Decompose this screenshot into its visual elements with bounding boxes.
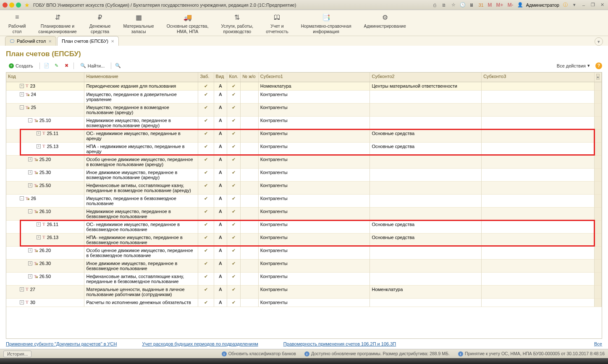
table-row[interactable]: - T 26.10 Недвижимое имущество, переданн… — [6, 207, 602, 220]
tree-toggle-icon[interactable]: + — [28, 261, 32, 265]
scrollbar-track[interactable] — [594, 82, 601, 90]
scrollbar-track[interactable] — [594, 194, 601, 207]
scrollbar-track[interactable] — [594, 129, 601, 142]
tree-toggle-icon[interactable]: - — [28, 209, 32, 213]
window-close-btn[interactable] — [3, 3, 8, 8]
tree-toggle-icon[interactable]: + — [37, 235, 41, 239]
section-item[interactable]: 📑Нормативно-справочнаяинформация — [301, 13, 351, 34]
scrollbar-track[interactable] — [594, 155, 601, 168]
section-item[interactable]: 🚚Основные средства,НМА, НПА — [167, 13, 209, 34]
section-item[interactable]: 🕮Учет иотчетность — [266, 13, 288, 34]
footer-link-2[interactable]: Учет расходов будущих периодов по подраз… — [142, 341, 258, 346]
scrollbar-track[interactable] — [594, 298, 601, 307]
document-icon[interactable]: 🗎 — [441, 2, 448, 8]
clear-search-icon[interactable]: 🔍 — [115, 62, 121, 69]
table-row[interactable]: + T 24 Имущество, переданное в доверител… — [6, 90, 602, 103]
table-row[interactable]: + T 25.11 ОС- недвижимое имущество, пере… — [6, 129, 602, 142]
table-row[interactable]: + T 25.30 Иное движимое имущество, перед… — [6, 168, 602, 181]
create-button[interactable]: +Создать — [6, 62, 36, 70]
col-vid[interactable]: Вид — [214, 73, 227, 82]
section-item[interactable]: ⇅Услуги, работы,производство — [221, 13, 254, 34]
table-row[interactable]: + T 26.20 Особо ценное движимое имуществ… — [6, 246, 602, 259]
history-icon[interactable]: 🕓 — [459, 2, 466, 8]
col-s1[interactable]: Субконто1 — [258, 73, 370, 82]
scrollbar-track[interactable] — [594, 103, 601, 116]
section-item[interactable]: ⚙Администрирование — [364, 13, 406, 34]
tree-toggle-icon[interactable]: - — [20, 196, 24, 200]
table-row[interactable]: + T 25.20 Особо ценное движимое имуществ… — [6, 155, 602, 168]
user-label[interactable]: Администратор — [526, 3, 559, 8]
print-icon[interactable]: ⎙ — [432, 2, 438, 8]
scrollbar-track[interactable] — [594, 233, 601, 246]
section-item[interactable]: ≡Рабочийстол — [8, 13, 26, 34]
scrollbar-track[interactable] — [594, 116, 601, 129]
memory-mplus[interactable]: M+ — [495, 2, 504, 8]
section-item[interactable]: ▦Материальныезапасы — [123, 13, 154, 34]
memory-m[interactable]: M — [487, 2, 493, 8]
scrollbar-track[interactable] — [594, 90, 601, 103]
scrollbar-track[interactable] — [594, 259, 601, 272]
scrollbar-track[interactable] — [594, 285, 601, 298]
min-dash-icon[interactable]: – — [580, 2, 587, 8]
col-zab[interactable]: Заб. — [198, 73, 214, 82]
footer-link-all[interactable]: Все — [594, 341, 602, 346]
table-row[interactable]: + T 27 Материальные ценности, выданные в… — [6, 285, 602, 298]
table-row[interactable]: + T 26.50 Нефинансовые активы, составляю… — [6, 272, 602, 285]
footer-link-3[interactable]: Правомерность применения счетов 106.2П и… — [283, 341, 396, 346]
col-s3[interactable]: Субконто3 — [482, 73, 595, 82]
scrollbar-track[interactable] — [594, 181, 601, 194]
tree-toggle-icon[interactable]: + — [28, 274, 32, 278]
status-info-2[interactable]: Доступно обновление программы. Размер ди… — [311, 351, 450, 356]
tree-toggle-icon[interactable]: + — [20, 287, 24, 291]
scrollbar-track[interactable] — [594, 272, 601, 285]
tree-toggle-icon[interactable]: + — [28, 248, 32, 252]
table-row[interactable]: + T 26.13 НПА- недвижимое имущество, пер… — [6, 233, 602, 246]
tree-toggle-icon[interactable]: + — [28, 183, 32, 187]
memory-mminus[interactable]: M- — [507, 2, 514, 8]
delete-icon[interactable]: ✖ — [63, 62, 70, 69]
tree-toggle-icon[interactable]: + — [28, 170, 32, 174]
table-row[interactable]: - T 25 Имущество, переданное в возмездно… — [6, 103, 602, 116]
window-maximize-btn[interactable] — [16, 3, 21, 8]
col-kol[interactable]: Кол. — [227, 73, 241, 82]
scrollbar-track[interactable] — [594, 220, 601, 233]
tree-toggle-icon[interactable]: + — [37, 144, 41, 148]
favorite-icon[interactable]: ★ — [24, 2, 30, 8]
tab-close-icon[interactable]: ✕ — [111, 39, 114, 44]
edit-icon[interactable]: ✎ — [53, 62, 60, 69]
col-code[interactable]: Код — [6, 73, 84, 82]
tab[interactable]: План счетов (ЕПСБУ)✕ — [57, 36, 119, 46]
scrollbar-track[interactable] — [594, 246, 601, 259]
window-minimize-btn[interactable] — [9, 3, 14, 8]
scrollbar-track[interactable] — [594, 207, 601, 220]
tree-toggle-icon[interactable]: + — [37, 222, 41, 226]
tabs-dropdown-button[interactable]: ▾ — [595, 37, 603, 46]
help-icon[interactable]: ? — [595, 62, 602, 69]
tree-toggle-icon[interactable]: + — [20, 84, 24, 88]
section-item[interactable]: ₽Денежныесредства — [89, 13, 111, 34]
tab-close-icon[interactable]: ✕ — [48, 39, 52, 44]
col-name[interactable]: Наименование — [84, 73, 198, 82]
restore-icon[interactable]: ❐ — [590, 2, 596, 8]
table-row[interactable]: + T 26.11 ОС- недвижимое имущество, пере… — [6, 220, 602, 233]
scrollbar-track[interactable] — [594, 168, 601, 181]
status-info-3[interactable]: Принятие к учету ОС, НМА, НПА БУ00-00000… — [465, 351, 605, 356]
history-button[interactable]: История... — [3, 351, 31, 357]
tab[interactable]: 🖵Рабочий стол✕ — [5, 36, 56, 46]
copy-icon[interactable]: 📄 — [43, 62, 50, 69]
table-row[interactable]: + T 26.30 Иное движимое имущество, перед… — [6, 259, 602, 272]
info-icon[interactable]: ⓘ — [562, 2, 569, 8]
col-s2[interactable]: Субконто2 — [370, 73, 482, 82]
star-icon[interactable]: ☆ — [450, 2, 457, 8]
table-row[interactable]: - T 25.10 Недвижимое имущество, переданн… — [6, 116, 602, 129]
status-info-1[interactable]: Обновить классификатор банков — [228, 351, 296, 356]
table-row[interactable]: + T 25.50 Нефинансовые активы, составляю… — [6, 181, 602, 194]
tree-toggle-icon[interactable]: + — [28, 157, 32, 161]
calculator-icon[interactable]: 🖩 — [469, 2, 475, 8]
tree-toggle-icon[interactable]: - — [20, 105, 24, 109]
tree-toggle-icon[interactable]: + — [20, 300, 24, 304]
section-item[interactable]: ⇵Планирование исанкционирование — [38, 13, 76, 34]
table-row[interactable]: - T 26 Имущество, переданное в безвозмез… — [6, 194, 602, 207]
tree-toggle-icon[interactable]: + — [37, 131, 41, 135]
footer-link-1[interactable]: Применение субконто "Документы расчетов"… — [6, 341, 117, 346]
